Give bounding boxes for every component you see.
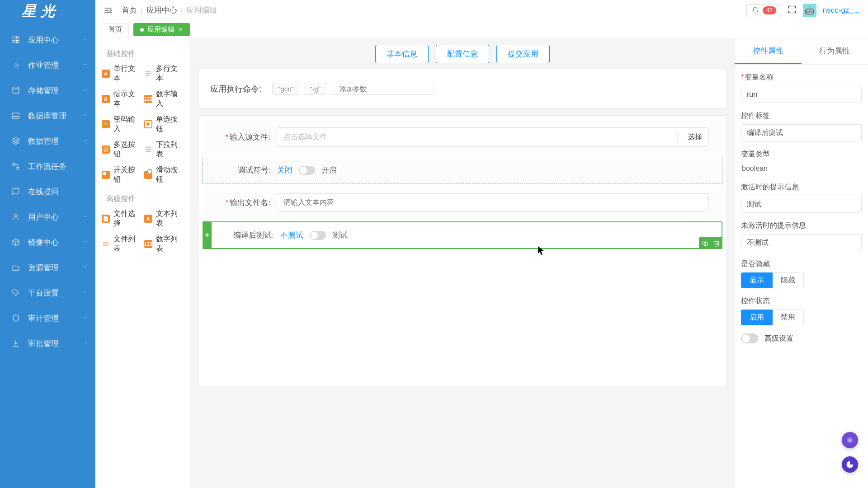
step-tab-config[interactable]: 配置信息 xyxy=(436,45,489,63)
nav-resource[interactable]: 资源管理 xyxy=(0,255,95,280)
var-name-input[interactable] xyxy=(741,86,862,103)
helper-fab-1[interactable] xyxy=(842,432,858,448)
field-label: 编译后测试: xyxy=(224,230,274,240)
active-hint-input[interactable] xyxy=(741,196,862,213)
properties-tab-behavior[interactable]: 行为属性 xyxy=(802,38,868,64)
close-icon[interactable]: ✕ xyxy=(178,26,183,33)
command-chip[interactable]: "gcc" xyxy=(272,83,299,95)
page-tab-home[interactable]: 首页 xyxy=(102,23,129,36)
widget-single-text[interactable]: A单行文本 xyxy=(102,64,142,83)
widget-hint-text[interactable]: A提示文本 xyxy=(102,89,142,108)
number-icon: 123 xyxy=(144,95,152,103)
output-input[interactable] xyxy=(277,193,709,211)
widget-file-select[interactable]: 📄文件选择 xyxy=(102,209,142,228)
widget-switch[interactable]: 开关按钮 xyxy=(102,165,142,184)
properties-tab-widget[interactable]: 控件属性 xyxy=(735,38,802,64)
step-tab-submit[interactable]: 提交应用 xyxy=(496,45,550,63)
nav-settings[interactable]: 平台设置 xyxy=(0,280,95,305)
svg-rect-0 xyxy=(13,37,15,39)
svg-rect-12 xyxy=(13,117,19,119)
add-param-input[interactable] xyxy=(331,83,434,95)
prop-label-hidden: 是否隐藏 xyxy=(741,259,862,269)
bell-icon xyxy=(751,6,759,15)
widget-label: 密码输入 xyxy=(113,115,142,134)
grid-icon xyxy=(11,35,21,45)
page-tab-edit-app[interactable]: 应用编辑 ✕ xyxy=(133,23,190,36)
breadcrumb-mid[interactable]: 应用中心 xyxy=(146,5,177,15)
notification-button[interactable]: 42 xyxy=(746,4,781,17)
svg-point-10 xyxy=(13,87,19,89)
form-builder-area[interactable]: *输入源文件: 点击选择文件 选择 调试符号: 关闭 开启 *输出文件名: xyxy=(198,115,727,386)
nav-audit[interactable]: 审计管理 xyxy=(0,305,95,331)
widget-radio[interactable]: 单选按钮 xyxy=(144,115,184,134)
step-tab-basic[interactable]: 基本信息 xyxy=(375,45,429,63)
widget-multi-text[interactable]: 多行文本 xyxy=(144,64,184,83)
field-output-name[interactable]: *输出文件名: xyxy=(203,186,722,219)
avatar[interactable]: 🤖 xyxy=(803,4,816,17)
nav-online-qa[interactable]: 在线提问 xyxy=(0,179,95,204)
sidebar-collapse-button[interactable] xyxy=(104,6,113,15)
notification-count: 42 xyxy=(763,6,776,14)
drag-handle[interactable]: + xyxy=(203,221,212,249)
field-debug-flag[interactable]: 调试符号: 关闭 开启 xyxy=(203,157,722,183)
breadcrumb-sep: / xyxy=(141,6,143,15)
nav-label: 存储管理 xyxy=(28,85,59,96)
nav-data[interactable]: 数据管理 xyxy=(0,128,95,154)
widget-label-input[interactable] xyxy=(741,124,862,141)
helper-fab-2[interactable] xyxy=(842,456,858,473)
floating-action-buttons xyxy=(842,432,858,473)
text-a-icon: A xyxy=(144,215,152,223)
widget-label: 多选按钮 xyxy=(113,140,142,159)
nav-label: 平台设置 xyxy=(28,288,59,298)
state-disable-button[interactable]: 禁用 xyxy=(773,310,804,325)
top-header: 首页 / 应用中心 / 应用编辑 42 🤖 nscc-gz_... xyxy=(95,0,868,21)
delete-button[interactable] xyxy=(711,237,722,249)
hidden-hide-button[interactable]: 隐藏 xyxy=(773,272,804,288)
widget-file-list[interactable]: 文件列表 xyxy=(102,235,142,253)
server-icon xyxy=(11,111,21,121)
nav-label: 数据库管理 xyxy=(28,111,66,121)
nav-label: 镜像中心 xyxy=(28,237,59,248)
hidden-show-button[interactable]: 显示 xyxy=(741,272,773,288)
chevron-down-icon xyxy=(83,288,88,297)
chat-icon xyxy=(11,187,21,197)
fullscreen-button[interactable] xyxy=(788,5,797,16)
nav-jobs[interactable]: 作业管理 xyxy=(0,52,95,78)
tab-label: 应用编辑 xyxy=(147,25,175,34)
command-chip[interactable]: "-g" xyxy=(304,83,326,95)
nav-database[interactable]: 数据库管理 xyxy=(0,103,95,128)
file-input[interactable]: 点击选择文件 选择 xyxy=(277,127,709,147)
chevron-down-icon xyxy=(83,263,88,272)
nav-images[interactable]: 镜像中心 xyxy=(0,230,95,255)
widget-checkbox[interactable]: ☑多选按钮 xyxy=(102,140,142,159)
field-compile-test-selected[interactable]: + 编译后测试: 不测试 测试 xyxy=(203,221,722,249)
widget-number-list[interactable]: 123数字列表 xyxy=(144,235,184,253)
breadcrumb-home[interactable]: 首页 xyxy=(122,5,137,15)
tab-label: 首页 xyxy=(108,25,122,34)
state-enable-button[interactable]: 启用 xyxy=(741,310,773,325)
field-input-source[interactable]: *输入源文件: 点击选择文件 选择 xyxy=(203,120,722,155)
radio-icon xyxy=(144,120,152,128)
widget-number-input[interactable]: 123数字输入 xyxy=(144,89,184,108)
nav-label: 作业管理 xyxy=(28,60,59,70)
switch-control[interactable] xyxy=(310,231,326,240)
nav-workflow[interactable]: 工作流任务 xyxy=(0,154,95,179)
widget-label: 数字列表 xyxy=(156,235,184,253)
nav-storage[interactable]: 存储管理 xyxy=(0,78,95,103)
nav-approval[interactable]: 审批管理 xyxy=(0,331,95,356)
inactive-hint-input[interactable] xyxy=(741,234,862,251)
nav-user[interactable]: 用户中心 xyxy=(0,204,95,230)
copy-button[interactable] xyxy=(699,237,711,249)
widget-text-list[interactable]: A文本列表 xyxy=(144,209,184,228)
switch-control[interactable] xyxy=(299,166,315,175)
choose-button[interactable]: 选择 xyxy=(677,132,702,142)
widget-dropdown[interactable]: 下拉列表 xyxy=(144,140,184,159)
widget-password[interactable]: 🔒密码输入 xyxy=(102,115,142,134)
database-icon xyxy=(11,85,21,95)
widget-slider[interactable]: 滑动按钮 xyxy=(144,165,184,184)
dot-icon xyxy=(140,28,144,32)
lock-icon: 🔒 xyxy=(102,120,110,128)
advanced-settings-switch[interactable] xyxy=(741,333,758,343)
nav-app-center[interactable]: 应用中心 xyxy=(0,27,95,52)
username[interactable]: nscc-gz_... xyxy=(823,6,860,15)
